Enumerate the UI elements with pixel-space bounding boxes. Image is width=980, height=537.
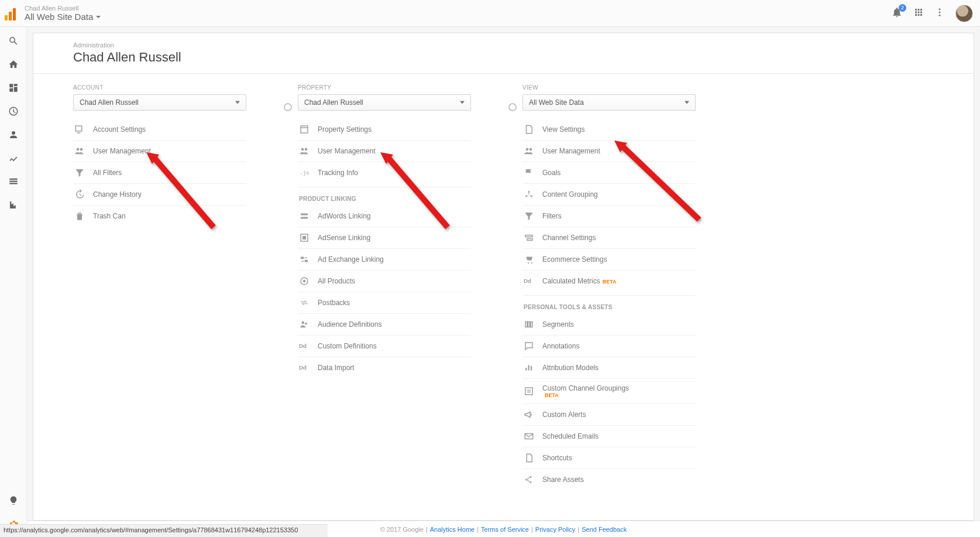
menu-item-label: Goals [542, 169, 561, 177]
menu-item-label: User Management [318, 147, 376, 155]
menu-item-channel-settings[interactable]: Channel Settings [522, 227, 696, 248]
dashboard-icon[interactable] [8, 82, 19, 94]
card-header: Administration Chad Allen Russell [33, 33, 974, 74]
menu-item-label: AdWords Linking [318, 212, 371, 220]
menu-item-user-management[interactable]: User Management [522, 140, 696, 162]
menu-item-view-settings[interactable]: View Settings [522, 119, 696, 140]
menu-item-audience-definitions[interactable]: Audience Definitions [298, 313, 471, 335]
menu-item-adsense-linking[interactable]: AdSense Linking [298, 227, 471, 248]
menu-item-custom-definitions[interactable]: DdCustom Definitions [298, 335, 471, 357]
property-label: PROPERTY [298, 84, 503, 91]
clock-icon[interactable] [8, 105, 19, 117]
trash-icon [74, 211, 85, 221]
menu-item-trash-can[interactable]: Trash Can [73, 205, 246, 227]
svg-text:Dd: Dd [524, 278, 531, 284]
svg-point-14 [525, 479, 527, 481]
menu-item-label: Custom Channel GroupingsBETA [542, 384, 629, 398]
avatar[interactable] [955, 5, 973, 22]
kebab-menu-icon[interactable] [934, 7, 945, 19]
filter-icon [74, 167, 85, 178]
connector-2 [503, 84, 522, 111]
account-selector[interactable]: Chad Allen Russell [73, 94, 246, 111]
content-area: Administration Chad Allen Russell ACCOUN… [27, 27, 980, 521]
menu-item-custom-channel-groupings[interactable]: Custom Channel GroupingsBETA [522, 378, 696, 403]
menu-item-label: View Settings [542, 125, 585, 134]
footer-link-privacy[interactable]: Privacy Policy [535, 526, 575, 533]
breadcrumb: Administration [73, 42, 934, 49]
footer-link-home[interactable]: Analytics Home [430, 526, 474, 533]
menu-item-goals[interactable]: Goals [522, 162, 696, 183]
footer-link-terms[interactable]: Terms of Service [481, 526, 529, 533]
svg-point-5 [303, 280, 306, 283]
svg-point-16 [530, 481, 532, 483]
conversions-icon[interactable] [8, 199, 19, 211]
envelope-icon [524, 431, 534, 442]
channel-icon [524, 232, 534, 243]
menu-item-label: Postbacks [318, 299, 350, 307]
top-bar: Chad Allen Russell All Web Site Data 2 [0, 0, 980, 27]
title-block[interactable]: Chad Allen Russell All Web Site Data [25, 5, 101, 22]
menu-item-share-assets[interactable]: Share Assets [522, 468, 696, 490]
menu-item-tracking-info[interactable]: .jsTracking Info [298, 162, 471, 183]
menu-item-user-management[interactable]: User Management [73, 140, 246, 162]
view-name-dropdown[interactable]: All Web Site Data [25, 12, 101, 22]
svg-point-6 [302, 321, 305, 324]
menu-item-attribution-models[interactable]: Attribution Models [522, 357, 696, 378]
property-column: PROPERTY Chad Allen Russell Property Set… [298, 84, 503, 378]
account-column: ACCOUNT Chad Allen Russell Account Setti… [73, 84, 278, 227]
property-selector[interactable]: Chad Allen Russell [298, 94, 471, 111]
admin-columns: ACCOUNT Chad Allen Russell Account Setti… [33, 74, 974, 508]
adwords-icon [299, 211, 310, 221]
menu-item-shortcuts[interactable]: Shortcuts [522, 447, 696, 468]
menu-item-ad-exchange-linking[interactable]: Ad Exchange Linking [298, 248, 471, 270]
svg-text:Dd: Dd [299, 343, 307, 349]
notifications-icon[interactable]: 2 [891, 6, 903, 20]
menu-item-label: Shortcuts [542, 454, 572, 462]
menu-item-label: Data Import [318, 364, 355, 372]
connector-1 [278, 84, 298, 111]
people-icon [299, 146, 310, 156]
exchange-icon [299, 254, 310, 265]
menu-item-ecommerce-settings[interactable]: Ecommerce Settings [522, 248, 696, 270]
menu-item-segments[interactable]: Segments [522, 314, 696, 335]
menu-item-custom-alerts[interactable]: Custom Alerts [522, 403, 696, 425]
menu-item-property-settings[interactable]: Property Settings [298, 119, 471, 140]
segments-icon [524, 319, 534, 330]
menu-item-adwords-linking[interactable]: AdWords Linking [298, 206, 471, 227]
menu-item-user-management[interactable]: User Management [298, 140, 471, 162]
apps-icon[interactable] [913, 7, 924, 19]
menu-item-change-history[interactable]: Change History [73, 183, 246, 205]
audience-icon[interactable] [8, 129, 19, 141]
menu-item-annotations[interactable]: Annotations [522, 335, 696, 357]
account-name: Chad Allen Russell [25, 5, 101, 12]
home-icon[interactable] [8, 59, 19, 70]
property-menu: Property SettingsUser Management.jsTrack… [298, 119, 471, 183]
view-selector[interactable]: All Web Site Data [522, 94, 696, 111]
acquisition-icon[interactable] [8, 152, 19, 164]
menu-item-label: Tracking Info [318, 169, 358, 177]
bars-icon [524, 362, 534, 373]
menu-item-data-import[interactable]: DdData Import [298, 357, 471, 378]
product-linking-heading: PRODUCT LINKING [298, 187, 471, 206]
code-js-icon: .js [299, 167, 310, 178]
search-icon[interactable] [8, 35, 19, 47]
menu-item-content-grouping[interactable]: Content Grouping [522, 183, 696, 205]
menu-item-calculated-metrics[interactable]: DdCalculated MetricsBETA [522, 270, 696, 292]
menu-item-filters[interactable]: Filters [522, 205, 696, 227]
footer-link-feedback[interactable]: Send Feedback [582, 526, 627, 533]
postbacks-icon [299, 297, 310, 308]
menu-item-label: Calculated MetricsBETA [542, 277, 617, 285]
menu-item-label: User Management [542, 147, 600, 155]
menu-item-all-products[interactable]: All Products [298, 270, 471, 292]
behavior-icon[interactable] [8, 176, 19, 187]
menu-item-scheduled-emails[interactable]: Scheduled Emails [522, 425, 696, 447]
menu-item-label: Ad Exchange Linking [318, 255, 384, 264]
dd-icon: Dd [524, 276, 534, 286]
menu-item-label: Custom Alerts [542, 411, 586, 419]
menu-item-label: All Products [318, 277, 355, 285]
discover-icon[interactable] [8, 495, 19, 507]
menu-item-postbacks[interactable]: Postbacks [298, 292, 471, 313]
menu-item-label: All Filters [93, 169, 122, 177]
menu-item-all-filters[interactable]: All Filters [73, 162, 246, 183]
menu-item-account-settings[interactable]: Account Settings [73, 119, 246, 140]
